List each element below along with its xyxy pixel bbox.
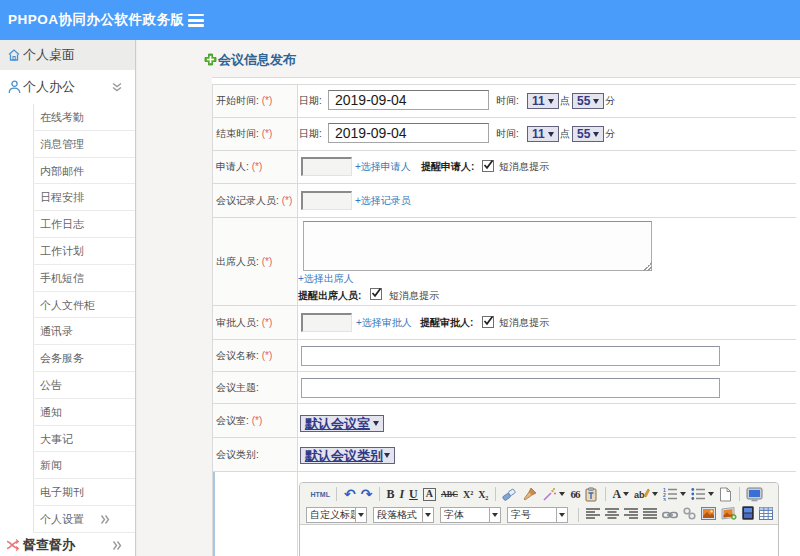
insert-image-icon[interactable] <box>701 506 716 524</box>
sidebar-subitem[interactable]: 通知 <box>33 399 135 426</box>
unordered-list-icon[interactable] <box>691 485 714 503</box>
required-mark: (*) <box>262 95 273 106</box>
sidebar-subitem-label: 新闻 <box>40 452 62 479</box>
start-date-input[interactable] <box>328 90 489 110</box>
fullscreen-icon[interactable] <box>746 485 763 503</box>
underline-icon[interactable]: U <box>409 485 418 503</box>
align-right-icon[interactable] <box>624 506 638 524</box>
field-label: 会议类别: <box>216 449 259 460</box>
chevron-double-right-icon <box>100 514 111 525</box>
sidebar-subitem[interactable]: 个人设置 <box>33 506 135 533</box>
supervise-icon <box>6 539 19 551</box>
meeting-name-input[interactable] <box>301 346 720 366</box>
insert-media-icon[interactable] <box>742 506 754 524</box>
blockquote-icon[interactable]: 66 <box>570 485 579 503</box>
bold-icon[interactable]: B <box>386 485 394 503</box>
anchor-icon[interactable] <box>683 506 696 524</box>
sidebar-subitem[interactable]: 新闻 <box>33 452 135 479</box>
applicant-input[interactable] <box>301 157 352 176</box>
field-label-cell: 会议类别: <box>213 438 298 471</box>
choose-approver-link[interactable]: +选择审批人 <box>356 316 412 330</box>
sidebar-subitem[interactable]: 大事记 <box>33 426 135 453</box>
end-date-input[interactable] <box>328 123 489 143</box>
meeting-subject-input[interactable] <box>301 378 720 398</box>
align-left-icon[interactable] <box>586 506 600 524</box>
meeting-room-select[interactable]: 默认会议室 <box>300 415 384 432</box>
strikethrough-icon[interactable]: ABC <box>441 485 458 503</box>
source-code-button[interactable]: HTML <box>311 485 330 503</box>
end-hour-select[interactable]: 11 <box>527 126 559 142</box>
meeting-category-select[interactable]: 默认会议类别 <box>300 447 395 464</box>
remove-format-icon[interactable] <box>502 485 517 503</box>
date-label: 日期: <box>299 94 322 108</box>
hamburger-menu-icon[interactable] <box>188 14 204 27</box>
highlight-color-icon[interactable]: ab <box>634 485 658 503</box>
align-center-icon[interactable] <box>605 506 619 524</box>
sidebar-subitem[interactable]: 消息管理 <box>33 131 135 158</box>
sidebar-subitem[interactable]: 电子期刊 <box>33 479 135 506</box>
sms-checkbox[interactable] <box>370 288 382 300</box>
rich-text-editor: HTML ↶ ↷ B I U A ABC X² X₂ 66 <box>299 482 779 556</box>
auto-typeset-icon[interactable] <box>542 485 565 503</box>
sidebar-subitem[interactable]: 通讯录 <box>33 318 135 345</box>
sidebar-subitem[interactable]: 工作日志 <box>33 211 135 238</box>
sms-checkbox[interactable] <box>482 316 494 328</box>
format-brush-icon[interactable] <box>522 485 537 503</box>
end-minute-select[interactable]: 55 <box>572 126 604 142</box>
new-page-icon[interactable] <box>719 485 732 503</box>
start-hour-select[interactable]: 11 <box>527 93 559 109</box>
insert-table-icon[interactable] <box>759 506 773 524</box>
ordered-list-icon[interactable]: 123 <box>663 485 686 503</box>
sidebar-subitem[interactable]: 工作计划 <box>33 238 135 265</box>
paragraph-combo[interactable]: 段落格式 <box>373 507 434 523</box>
sidebar-item-office[interactable]: 个人办公 <box>0 73 135 101</box>
meeting-form: 开始时间:(*) 日期: 时间: 11 点 55 分 结束时间:(*) 日期: … <box>212 84 796 556</box>
font-name-icon[interactable]: A <box>423 488 436 501</box>
insert-multi-image-icon[interactable] <box>721 506 737 524</box>
resize-grip-icon[interactable] <box>643 262 652 271</box>
italic-icon[interactable]: I <box>399 485 404 503</box>
start-minute-select[interactable]: 55 <box>572 93 604 109</box>
sms-label: 短消息提示 <box>499 316 549 330</box>
sidebar-subitem[interactable]: 手机短信 <box>33 265 135 292</box>
paste-text-icon[interactable] <box>584 485 598 503</box>
choose-applicant-link[interactable]: +选择申请人 <box>355 160 411 174</box>
font-size-combo[interactable]: 字号 <box>507 507 568 523</box>
choose-recorder-link[interactable]: +选择记录员 <box>355 194 411 208</box>
form-row-start-time: 开始时间:(*) 日期: 时间: 11 点 55 分 <box>213 85 796 118</box>
subscript-icon[interactable]: X₂ <box>478 485 488 503</box>
recorder-input[interactable] <box>301 191 352 210</box>
field-label-cell: 结束时间:(*) <box>213 118 298 150</box>
approver-input[interactable] <box>301 313 352 332</box>
choose-attendees-link[interactable]: +选择出席人 <box>298 272 354 286</box>
undo-icon[interactable]: ↶ <box>344 485 356 503</box>
font-family-combo[interactable]: 字体 <box>440 507 501 523</box>
sidebar-item-supervise[interactable]: 督查督办 <box>0 532 135 556</box>
link-icon[interactable] <box>662 506 678 524</box>
form-row-recorder: 会议记录人员:(*) +选择记录员 <box>213 184 796 218</box>
sidebar-subitem[interactable]: 日程安排 <box>33 184 135 211</box>
add-icon <box>204 53 217 66</box>
editor-content-area[interactable] <box>300 526 778 556</box>
align-justify-icon[interactable] <box>643 506 657 524</box>
sidebar-subitem-label: 个人文件柜 <box>40 292 95 319</box>
sidebar-subitem[interactable]: 个人文件柜 <box>33 292 135 319</box>
sidebar-item-desktop[interactable]: 个人桌面 <box>0 40 135 70</box>
superscript-icon[interactable]: X² <box>463 485 473 503</box>
sms-checkbox[interactable] <box>482 160 494 172</box>
heading-combo[interactable]: 自定义标题 <box>306 507 367 523</box>
home-icon <box>7 48 21 62</box>
attendees-textarea[interactable] <box>303 221 652 271</box>
sidebar-subitem[interactable]: 公告 <box>33 372 135 399</box>
form-row-end-time: 结束时间:(*) 日期: 时间: 11 点 55 分 <box>213 118 796 151</box>
sidebar-item-label: 督查督办 <box>23 532 75 556</box>
sidebar-subitem[interactable]: 内部邮件 <box>33 158 135 185</box>
combo-arrow-icon <box>355 508 366 522</box>
sidebar-subitem[interactable]: 在线考勤 <box>33 104 135 131</box>
select-arrow-icon <box>593 99 599 104</box>
required-mark: (*) <box>252 161 263 172</box>
sidebar-subitem[interactable]: 会务服务 <box>33 345 135 372</box>
font-color-icon[interactable]: A <box>612 485 629 503</box>
redo-icon[interactable]: ↷ <box>361 485 373 503</box>
field-label-cell: 申请人:(*) <box>213 151 298 183</box>
